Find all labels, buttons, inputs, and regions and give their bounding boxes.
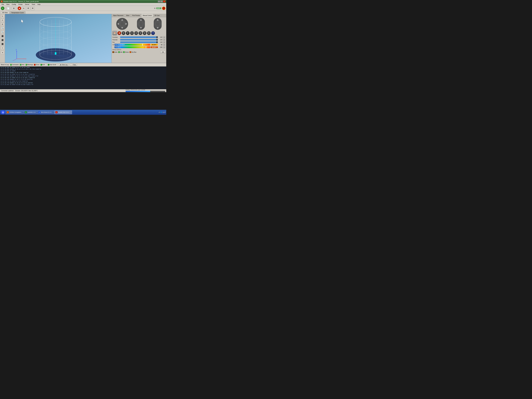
help-button[interactable]: ? [151, 31, 155, 35]
feedrate-down[interactable]: ▼ [163, 37, 165, 38]
edit-button[interactable]: ✏ [22, 6, 26, 10]
warnings-label: Warnings [27, 64, 33, 65]
bed-temp-down[interactable]: ▼ [163, 45, 165, 46]
pause-button[interactable]: ⏸ [12, 6, 16, 10]
menu-file[interactable]: File [0, 3, 5, 5]
menu-view[interactable]: View [5, 3, 11, 5]
autoscroll-checkbox[interactable] [48, 64, 49, 66]
scroll-left-button[interactable]: ◀ [1, 51, 4, 54]
ack-checkbox[interactable] [40, 64, 42, 66]
p-button[interactable]: P [126, 31, 130, 35]
btn-5[interactable]: 5 [147, 31, 151, 35]
file-button[interactable]: 📄 [6, 6, 10, 10]
tab-object-placement[interactable]: Object Placement [112, 14, 125, 17]
echo-checkbox[interactable] [112, 51, 114, 53]
bed-temp-spinner[interactable]: ▲ ▼ [163, 44, 165, 46]
extruder-up[interactable]: ▲ [163, 46, 165, 47]
jog-z-down[interactable] [140, 27, 142, 29]
svg-marker-36 [21, 19, 24, 23]
taskbar-kisslicer[interactable]: K KISSlicer (Unregistere... [6, 110, 23, 114]
svg-marker-41 [24, 58, 25, 59]
menu-server[interactable]: Server [24, 3, 30, 5]
jog-right[interactable] [126, 23, 127, 25]
extruder-spinner[interactable]: ▲ ▼ [163, 46, 165, 48]
svg-line-43 [13, 59, 17, 61]
ok-button[interactable]: OK [160, 51, 165, 53]
btn-1[interactable]: 1 [130, 31, 134, 35]
e-jog-pad[interactable] [154, 18, 162, 30]
bed-temp-up[interactable]: ▲ [163, 44, 165, 45]
btn-2[interactable]: 2 [134, 31, 138, 35]
start-button[interactable]: ⊞ [0, 110, 5, 114]
fan-button[interactable]: ✲ [122, 31, 125, 35]
fan-spinner[interactable]: ▲ ▼ [163, 41, 165, 43]
feedrate-spinner[interactable]: ▲ ▼ [163, 36, 165, 38]
copy-button[interactable]: 📋 Copy [70, 64, 77, 66]
feedrate-up[interactable]: ▲ [163, 36, 165, 37]
3d-viewport[interactable]: Z X [5, 14, 112, 63]
jog-down[interactable] [121, 27, 123, 29]
log-content[interactable]: 11:27:28.960 ok:38059 X2.9 Y1.06 E0.7066… [0, 66, 166, 89]
trash-icon: 🗑 [60, 64, 61, 65]
btn-3[interactable]: 3 [139, 31, 142, 35]
refresh-view-button[interactable]: ↻ [1, 14, 4, 18]
tab-slicer[interactable]: Slicer [125, 14, 131, 17]
fan-up[interactable]: ▲ [163, 41, 165, 42]
feedrate-slider[interactable] [120, 36, 158, 38]
flowrate-up[interactable]: ▲ [163, 39, 165, 40]
move-button[interactable]: ✛ [1, 19, 4, 22]
tab-sd-card[interactable]: SD Card [153, 14, 161, 17]
taskbar-spiderbot[interactable]: S SpiderBot 1.5.0 [24, 110, 37, 114]
zoom-out-button[interactable]: 🔍 [1, 30, 4, 34]
log-line: 11:27:28.776 ok:38063 E2.2723 F1800*48 [0, 81, 166, 82]
pan-button[interactable]: ⊕ [1, 22, 4, 26]
cube-side-button[interactable]: ⬛ [1, 38, 4, 42]
flowrate-down[interactable]: ▼ [163, 40, 165, 41]
taskbar-repetier[interactable]: R Repetier-Host V1.6.1 -... [54, 110, 72, 114]
minimize-button[interactable]: – [158, 0, 160, 2]
menu-tools[interactable]: Tools [31, 3, 36, 5]
btn-4[interactable]: 4 [143, 31, 146, 35]
jog-e-up[interactable] [157, 19, 159, 21]
fan-down[interactable]: ▼ [163, 42, 165, 43]
errors-log-checkbox[interactable] [34, 64, 36, 66]
fan-slider[interactable] [120, 41, 158, 43]
home-button[interactable]: 🏠 [112, 31, 117, 35]
warnings-checkbox[interactable] [25, 64, 27, 66]
jog-z-up[interactable] [140, 19, 142, 21]
cube-top-button[interactable]: ⬛ [1, 42, 4, 46]
taskbar-movemouse[interactable]: M Move Mouse (3.1.0) ... [37, 110, 54, 114]
jog-up[interactable] [121, 19, 123, 21]
flowrate-slider[interactable] [120, 39, 158, 40]
commands-checkbox[interactable] [10, 64, 12, 66]
zoom-in-button[interactable]: 🔍 [1, 26, 4, 30]
jog-left[interactable] [117, 23, 119, 25]
flowrate-spinner[interactable]: ▲ ▼ [163, 39, 165, 41]
menu-help[interactable]: Help [36, 3, 42, 5]
menu-config[interactable]: Config [11, 3, 17, 5]
tab-manual-control[interactable]: Manual Control [141, 14, 153, 17]
power-button[interactable]: ⏻ [117, 31, 121, 35]
infos-checkbox[interactable] [20, 64, 21, 66]
errors-checkbox[interactable] [123, 51, 125, 53]
menu-printer[interactable]: Printer [17, 3, 24, 5]
clear-log-button[interactable]: 🗑 Clear Log [59, 64, 69, 66]
extruder-down[interactable]: ▼ [163, 47, 165, 48]
xy-jog-pad[interactable] [116, 18, 128, 30]
tab-temperature-curve[interactable]: Temperature Curve [10, 11, 25, 14]
maximize-button[interactable]: □ [160, 0, 163, 2]
stop-button[interactable]: ■ [18, 6, 21, 10]
flowrate-thumb [157, 39, 158, 41]
preview2-button[interactable]: 👁 [31, 6, 35, 10]
close-button[interactable]: ✕ [163, 0, 165, 2]
dryrun-checkbox[interactable] [130, 51, 131, 53]
preview-button[interactable]: 👁 [26, 6, 30, 10]
connect-button[interactable]: ↻ [1, 6, 5, 10]
tab-3d-view[interactable]: 3D View [0, 11, 9, 14]
cube-front-button[interactable]: ⬛ [1, 34, 4, 38]
info-checkbox[interactable] [118, 51, 120, 53]
z-jog-pad[interactable] [137, 18, 145, 30]
jog-e-down[interactable] [157, 27, 159, 29]
tab-print-preview[interactable]: Print Preview [131, 14, 141, 17]
lines-button[interactable]: ≡ [1, 46, 4, 50]
